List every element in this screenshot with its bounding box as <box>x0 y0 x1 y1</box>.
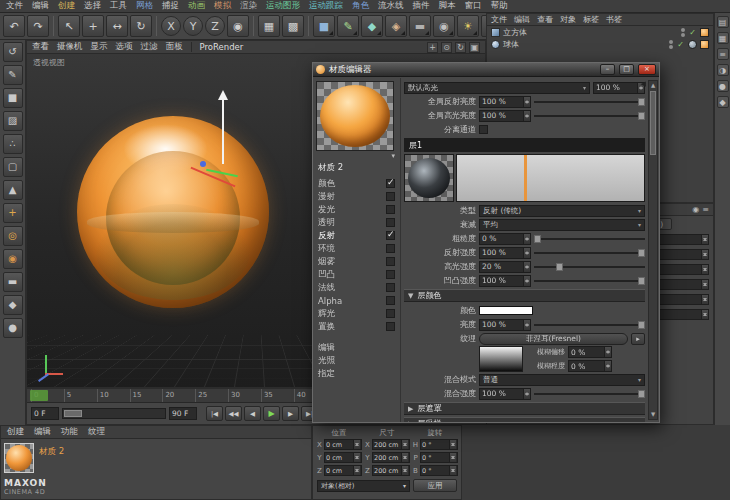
coord-input[interactable]: 0 ° <box>420 439 458 450</box>
material-tag-icon[interactable] <box>700 28 709 37</box>
menu-item-4[interactable]: 工具 <box>110 0 127 12</box>
channel-checkbox[interactable] <box>386 309 395 318</box>
prev-key-button[interactable]: ◀◀ <box>225 406 242 421</box>
channel-checkbox[interactable] <box>386 244 395 253</box>
menu-item-0[interactable]: 文件 <box>6 0 23 12</box>
global-reflection-slider[interactable] <box>534 96 645 108</box>
coord-input[interactable]: 200 cm <box>372 452 410 463</box>
color-swatch[interactable] <box>479 306 533 315</box>
history-icon[interactable]: ≡ <box>702 205 709 214</box>
sphere-object[interactable] <box>77 116 269 308</box>
spinner[interactable] <box>701 265 708 274</box>
object-row-cube[interactable]: 立方体 <box>487 26 713 38</box>
prev-frame-button[interactable]: ◀ <box>244 406 261 421</box>
global-specular-slider[interactable] <box>534 110 645 122</box>
undo-icon[interactable]: ↶ <box>3 15 25 37</box>
menu-item-12[interactable]: 角色 <box>352 0 369 12</box>
add-light-icon[interactable]: ☀ <box>457 15 479 37</box>
coord-input[interactable]: 0 cm <box>324 452 362 463</box>
scrollbar-thumb[interactable] <box>650 91 656 155</box>
spinner[interactable] <box>604 361 611 371</box>
play-button[interactable]: ▶ <box>263 406 280 421</box>
reflection-strength-slider[interactable] <box>534 247 645 259</box>
phong-tag-icon[interactable] <box>688 40 697 49</box>
dock-structure-icon[interactable]: ≡ <box>717 48 729 60</box>
spinner[interactable] <box>449 453 456 462</box>
channel-checkbox[interactable] <box>386 205 395 214</box>
keyframe-icon[interactable]: ● <box>3 318 23 338</box>
end-frame-field[interactable]: 90 F <box>169 407 197 420</box>
spinner[interactable] <box>701 310 708 319</box>
channel-row-2[interactable]: 发光 <box>316 203 397 216</box>
material-menu-1[interactable]: 编辑 <box>34 426 51 438</box>
channel-footer-1[interactable]: 光照 <box>316 354 397 367</box>
preview-options-icon[interactable]: ▾ <box>316 151 397 161</box>
maximize-button[interactable]: □ <box>619 64 634 75</box>
global-specular-input[interactable]: 100 % <box>479 110 531 122</box>
roughness-slider[interactable] <box>534 233 645 245</box>
polygon-mode-icon[interactable]: ▲ <box>3 180 23 200</box>
channel-checkbox[interactable] <box>386 218 395 227</box>
attenuation-dropdown[interactable]: 平均▾ <box>479 219 645 231</box>
channel-checkbox[interactable] <box>386 322 395 331</box>
render-view-icon[interactable]: ▦ <box>258 15 280 37</box>
menu-item-11[interactable]: 运动跟踪 <box>309 0 343 12</box>
viewport-menu-4[interactable]: 过滤 <box>141 41 158 53</box>
layer-sampling-section[interactable]: ▶层采样 <box>404 417 645 422</box>
spinner[interactable] <box>401 466 408 475</box>
reflection-top-input[interactable]: 100 % <box>593 82 645 94</box>
layer-color-section[interactable]: ▼层颜色 <box>404 289 645 302</box>
bump-strength-input[interactable]: 100 % <box>479 275 531 287</box>
spinner[interactable] <box>523 389 530 399</box>
type-dropdown[interactable]: 反射 (传统)▾ <box>479 205 645 217</box>
specular-strength-slider[interactable] <box>534 261 645 273</box>
collapse-preview-icon[interactable]: ◀ <box>641 80 646 88</box>
coord-input[interactable]: 200 cm <box>372 465 410 476</box>
coord-input[interactable]: 0 cm <box>324 465 362 476</box>
menu-item-9[interactable]: 渲染 <box>240 0 257 12</box>
make-editable-icon[interactable]: ✎ <box>3 65 23 85</box>
coord-mode-dropdown[interactable]: 对象(相对)▾ <box>317 480 410 492</box>
add-floor-icon[interactable]: ▬ <box>409 15 431 37</box>
add-camera-icon[interactable]: ◉ <box>433 15 455 37</box>
menu-item-8[interactable]: 模拟 <box>214 0 231 12</box>
object-menu-3[interactable]: 对象 <box>560 14 576 25</box>
object-row-sphere[interactable]: 球体 <box>487 38 713 50</box>
specular-strength-input[interactable]: 20 % <box>479 261 531 273</box>
spinner[interactable] <box>523 234 530 244</box>
goto-start-button[interactable]: |◀ <box>206 406 223 421</box>
spinner[interactable] <box>701 235 708 244</box>
menu-item-3[interactable]: 选择 <box>84 0 101 12</box>
spinner[interactable] <box>401 440 408 449</box>
y-axis-lock-icon[interactable]: Y <box>183 16 203 36</box>
object-menu-0[interactable]: 文件 <box>491 14 507 25</box>
spinner[interactable] <box>604 347 611 357</box>
separate-pass-checkbox[interactable] <box>479 125 488 134</box>
lock-icon[interactable]: ◉ <box>692 205 699 214</box>
dock-browser-icon[interactable]: ▦ <box>717 32 729 44</box>
channel-checkbox[interactable] <box>386 296 395 305</box>
add-deformer-icon[interactable]: ◈ <box>385 15 407 37</box>
add-cube-icon[interactable]: ■ <box>313 15 335 37</box>
channel-footer-0[interactable]: 编辑 <box>316 341 397 354</box>
viewport-menu-5[interactable]: 面板 <box>166 41 183 53</box>
blur-scale-input[interactable]: 0 % <box>568 360 612 372</box>
channel-row-8[interactable]: 法线 <box>316 281 397 294</box>
channel-row-10[interactable]: 辉光 <box>316 307 397 320</box>
redo-icon[interactable]: ↷ <box>27 15 49 37</box>
edge-mode-icon[interactable]: ▢ <box>3 157 23 177</box>
apply-button[interactable]: 应用 <box>413 479 457 492</box>
timeline-range-slider[interactable] <box>62 408 166 419</box>
menu-item-13[interactable]: 流水线 <box>378 0 404 12</box>
rotate-view-icon[interactable]: ↻ <box>455 42 466 53</box>
live-selection-icon[interactable]: ↖ <box>58 15 80 37</box>
coord-input[interactable]: 0 cm <box>324 439 362 450</box>
channel-checkbox[interactable] <box>386 231 395 240</box>
prorender-menu[interactable]: ProRender <box>191 42 244 52</box>
rotate-tool-icon[interactable]: ↻ <box>130 15 152 37</box>
channel-row-9[interactable]: Alpha <box>316 294 397 307</box>
fresnel-gradient-preview[interactable] <box>479 346 523 372</box>
channel-row-5[interactable]: 环境 <box>316 242 397 255</box>
material-thumbnail[interactable] <box>4 443 34 473</box>
dock-paint-icon[interactable]: ◑ <box>717 64 729 76</box>
